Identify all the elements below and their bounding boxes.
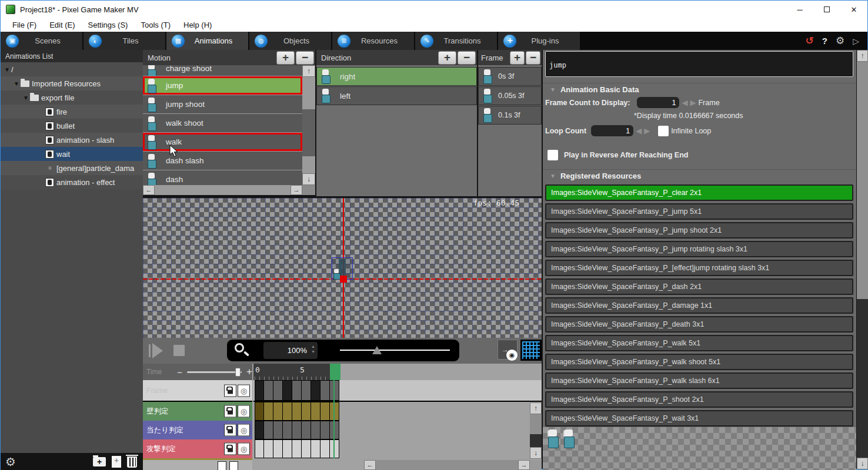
delete-button[interactable] bbox=[127, 456, 137, 468]
menu-help[interactable]: Help (H) bbox=[177, 18, 218, 32]
chevron-down-icon[interactable]: ▼ bbox=[3, 66, 11, 73]
resource-item[interactable]: Images:SideView_SpaceFantasy_P_jump shoo… bbox=[545, 222, 853, 239]
origin-handle[interactable] bbox=[340, 276, 347, 283]
gear-icon[interactable]: ⚙ bbox=[836, 36, 844, 46]
lock-icon[interactable] bbox=[224, 405, 236, 418]
add-folder-button[interactable]: + bbox=[93, 457, 106, 466]
lock-icon[interactable] bbox=[224, 443, 236, 455]
maximize-button[interactable] bbox=[813, 1, 840, 18]
track-cells-frame[interactable] bbox=[253, 380, 542, 402]
resource-item[interactable]: Images:SideView_SpaceFantasy_P_jump rota… bbox=[545, 241, 853, 257]
zoom-slider-thumb[interactable] bbox=[372, 346, 382, 354]
frame-remove-button[interactable]: − bbox=[526, 51, 540, 65]
timeline-horizontal-scrollbar[interactable]: ← → bbox=[364, 460, 530, 470]
scroll-right-icon[interactable]: → bbox=[518, 460, 530, 470]
eye-icon[interactable]: ◉ bbox=[506, 350, 518, 361]
motion-item-jump[interactable]: jump bbox=[143, 76, 302, 95]
tree-item-particle-damage[interactable]: ✳[general]particle_dama bbox=[1, 161, 143, 175]
direction-item-left[interactable]: left bbox=[316, 86, 477, 105]
time-zoom-slider[interactable] bbox=[187, 371, 242, 373]
motion-name-field[interactable] bbox=[545, 51, 853, 77]
time-zoom-in[interactable]: + bbox=[246, 366, 252, 378]
motion-item-dash-slash[interactable]: dash slash bbox=[143, 151, 302, 170]
track-cells-attack[interactable] bbox=[253, 439, 542, 458]
chevron-down-icon[interactable]: ▼ bbox=[22, 95, 30, 101]
tab-transitions[interactable]: ✎Transitions bbox=[415, 32, 497, 50]
resource-item[interactable]: Images:SideView_SpaceFantasy_P_[effect]j… bbox=[545, 260, 853, 276]
motion-item-walk-shoot[interactable]: walk shoot bbox=[143, 113, 302, 132]
track-label-frame[interactable]: Frame ◎ bbox=[143, 380, 252, 402]
scrollbar-track[interactable] bbox=[857, 62, 868, 299]
direction-item-right[interactable]: right bbox=[316, 67, 477, 86]
lock-icon[interactable] bbox=[224, 384, 236, 397]
scroll-up-icon[interactable]: ↑ bbox=[302, 65, 315, 77]
undo-icon[interactable]: ↺ bbox=[806, 36, 814, 46]
registered-resources-header[interactable]: ▼ Registered Resources bbox=[543, 169, 856, 182]
loop-count-input[interactable]: 1 bbox=[591, 125, 633, 136]
resource-item[interactable]: Images:SideView_SpaceFantasy_P_walk slas… bbox=[545, 372, 853, 389]
stop-button[interactable] bbox=[173, 345, 185, 356]
minimize-button[interactable]: ─ bbox=[786, 1, 813, 18]
lock-icon[interactable] bbox=[224, 424, 236, 437]
decrement-icon[interactable]: ◀ bbox=[682, 99, 687, 106]
spritesheet-preview[interactable] bbox=[543, 427, 856, 470]
frame-count-input[interactable]: 1 bbox=[637, 97, 679, 108]
resource-item[interactable]: Images:SideView_SpaceFantasy_P_clear 2x1 bbox=[545, 184, 853, 201]
eye-icon[interactable]: ◎ bbox=[238, 443, 250, 455]
animation-canvas[interactable]: fps: 60.45 bbox=[143, 198, 542, 338]
increment-icon[interactable]: ▶ bbox=[644, 127, 650, 135]
timeline-playhead[interactable] bbox=[333, 380, 335, 458]
timeline-vertical-scrollbar[interactable]: ↑ ↓ bbox=[530, 402, 542, 459]
resource-item[interactable]: Images:SideView_SpaceFantasy_P_dash 2x1 bbox=[545, 278, 853, 295]
track-label-attack[interactable]: 攻撃判定 ◎ bbox=[143, 439, 252, 458]
scroll-up-icon[interactable]: ↑ bbox=[857, 50, 868, 62]
resource-item[interactable]: Images:SideView_SpaceFantasy_P_walk shoo… bbox=[545, 354, 853, 370]
scrollbar-thumb[interactable] bbox=[302, 109, 315, 156]
motion-vertical-scrollbar[interactable]: ↑ ↓ bbox=[302, 65, 315, 185]
grid-toggle-button[interactable] bbox=[520, 340, 542, 361]
resource-item[interactable]: Images:SideView_SpaceFantasy_P_death 3x1 bbox=[545, 316, 853, 333]
motion-item-charge-shoot[interactable]: charge shoot bbox=[143, 65, 302, 76]
scroll-up-icon[interactable]: ↑ bbox=[530, 402, 542, 414]
track-cells-hit[interactable] bbox=[253, 421, 542, 439]
help-icon[interactable]: ? bbox=[822, 36, 827, 45]
menu-settings[interactable]: Settings (S) bbox=[82, 18, 135, 32]
scroll-down-icon[interactable]: ↓ bbox=[530, 447, 542, 459]
time-zoom-out[interactable]: − bbox=[177, 367, 182, 377]
tree-item-wait[interactable]: wait bbox=[1, 147, 143, 161]
scroll-left-icon[interactable]: ← bbox=[143, 185, 155, 195]
resource-item[interactable]: Images:SideView_SpaceFantasy_P_wait 3x1 bbox=[545, 410, 853, 427]
resource-item[interactable]: Images:SideView_SpaceFantasy_P_jump 5x1 bbox=[545, 203, 853, 220]
tab-plugins[interactable]: ✚Plug-ins bbox=[498, 32, 580, 50]
scroll-down-icon[interactable]: ↓ bbox=[302, 173, 315, 185]
tree-item-bullet[interactable]: bullet bbox=[1, 119, 143, 133]
menu-edit[interactable]: Edit (E) bbox=[43, 18, 81, 32]
decrement-icon[interactable]: ◀ bbox=[636, 127, 642, 135]
direction-add-button[interactable]: + bbox=[438, 51, 456, 65]
run-icon[interactable]: ▷ bbox=[853, 37, 859, 45]
spin-up-icon[interactable]: ▲ bbox=[311, 344, 315, 348]
tree-item-animation-effect[interactable]: animation - effect bbox=[1, 175, 143, 189]
zoom-slider[interactable] bbox=[340, 350, 450, 351]
time-zoom-thumb[interactable] bbox=[235, 368, 241, 377]
scrollbar-thumb[interactable] bbox=[530, 434, 542, 447]
add-item-button[interactable]: + bbox=[112, 456, 121, 468]
infinite-loop-checkbox[interactable] bbox=[658, 126, 669, 136]
resource-item[interactable]: Images:SideView_SpaceFantasy_P_shoot 2x1 bbox=[545, 391, 853, 408]
close-button[interactable]: ✕ bbox=[840, 1, 867, 18]
frame-item-1[interactable]: 0.05s 3f bbox=[478, 86, 542, 105]
eye-icon[interactable]: ◎ bbox=[238, 424, 250, 437]
track-label-hit[interactable]: 当たり判定 ◎ bbox=[143, 421, 252, 439]
tree-item-imported-resources[interactable]: ▼Imported Resources bbox=[1, 76, 143, 90]
tree-item-root[interactable]: ▼/ bbox=[1, 62, 143, 76]
motion-add-button[interactable]: + bbox=[276, 51, 295, 65]
motion-item-jump-shoot[interactable]: jump shoot bbox=[143, 95, 302, 113]
menu-tools[interactable]: Tools (T) bbox=[134, 18, 177, 32]
motion-remove-button[interactable]: − bbox=[296, 51, 314, 65]
motion-item-walk[interactable]: walk bbox=[143, 132, 302, 151]
tab-scenes[interactable]: ▣Scenes bbox=[1, 32, 82, 50]
tree-item-animation-slash[interactable]: animation - slash bbox=[1, 133, 143, 147]
motion-horizontal-scrollbar[interactable]: ← → bbox=[143, 185, 302, 195]
frame-item-0[interactable]: 0s 3f bbox=[478, 67, 542, 86]
basic-data-section-header[interactable]: ▼ Animation Basic Data bbox=[543, 83, 856, 96]
